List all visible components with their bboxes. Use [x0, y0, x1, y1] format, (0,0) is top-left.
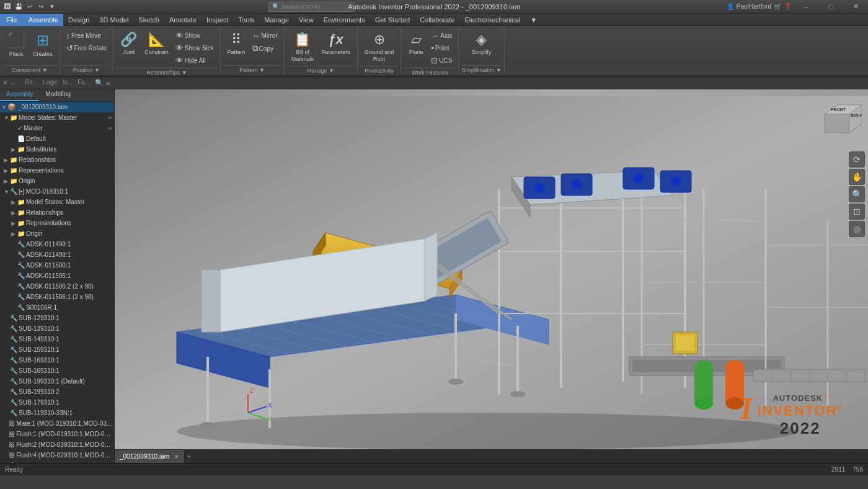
free-move-button[interactable]: ↕ Free Move [64, 30, 110, 42]
zoom-all-tool[interactable]: ⊡ [849, 204, 865, 220]
menu-collaborate[interactable]: Collaborate [415, 14, 459, 26]
menu-file[interactable]: File [0, 14, 24, 26]
menu-more[interactable]: ▼ [525, 14, 542, 26]
view-cube[interactable]: FRONT RIGHT [812, 96, 862, 145]
tree-item[interactable]: 🔧 SUB-119310-33N:1 [0, 408, 114, 418]
menu-annotate[interactable]: Annotate [164, 14, 202, 26]
maximize-btn[interactable]: □ [818, 0, 843, 14]
show-button[interactable]: 👁 Show [173, 30, 216, 42]
save-btn[interactable]: 💾 [14, 2, 24, 12]
work-features-group-label[interactable]: Work Features [404, 68, 456, 76]
constrain-button[interactable]: 📐 Constrain [141, 30, 172, 58]
viewport-tab-main[interactable]: _0012009310.iam ✕ [115, 450, 185, 464]
close-panel-btn[interactable]: ✕ [2, 79, 8, 87]
free-rotate-button[interactable]: ↺ Free Rotate [64, 42, 110, 54]
tree-item[interactable]: 🔧 SUB-139310:1 [0, 323, 114, 334]
joint-button[interactable]: 🔗 Joint [117, 30, 140, 58]
tree-item[interactable]: ⛓ Mate:1 (MOD-019310:1,MOD-039310:1 [0, 418, 114, 429]
back-panel-btn[interactable]: ← [11, 79, 17, 87]
menu-manage[interactable]: Manage [259, 14, 294, 26]
undo-btn[interactable]: ↩ [25, 2, 35, 12]
tree-item[interactable]: 🔧 ADSK-011506:1 (2 x 90) [0, 292, 114, 302]
tree-item[interactable]: 🔧 SUB-199310:2 [0, 387, 114, 397]
cart-icon[interactable]: 🛒 [774, 3, 781, 10]
menu-inspect[interactable]: Inspect [202, 14, 233, 26]
pan-tool[interactable]: ✋ [849, 169, 865, 185]
component-group-label[interactable]: Component ▼ [2, 65, 57, 73]
zoom-tool[interactable]: 🔍 [849, 186, 865, 202]
tree-item[interactable]: ✓ Master ✏ [0, 123, 114, 133]
simplify-button[interactable]: ◈ Simplify [469, 30, 495, 58]
tree-item[interactable]: 🔧 ADSK-011505:1 [0, 271, 114, 281]
menu-environments[interactable]: Environments [319, 14, 370, 26]
tree-item[interactable]: ▶ 📁 Relationships [0, 207, 114, 218]
parameters-button[interactable]: ƒx Parameters [318, 30, 353, 58]
tree-item[interactable]: 🔧 S00106R:1 [0, 302, 114, 313]
tree-item[interactable]: 🔧 ADSK-011498:1 [0, 249, 114, 260]
3d-viewport[interactable]: X Y Z FRONT RIGHT ⟳ ✋ 🔍 ⊡ ◎ [115, 89, 868, 463]
tree-item[interactable]: ▶ 📁 Representations [0, 218, 114, 228]
place-button[interactable]: ⬛ Place [4, 30, 29, 60]
tree-item[interactable]: 🔧 ADSK-011500:1 [0, 260, 114, 271]
position-group-label[interactable]: Position ▼ [63, 65, 111, 73]
menu-3dmodel[interactable]: 3D Model [94, 14, 133, 26]
tree-item-action[interactable]: ✏ [108, 125, 113, 132]
minimize-btn[interactable]: ─ [794, 0, 818, 14]
redo-btn[interactable]: ↪ [36, 2, 46, 12]
orbit-tool[interactable]: ⟳ [849, 151, 865, 168]
panel-tab-logic[interactable]: Logic [40, 79, 60, 87]
tree-item[interactable]: ▶ 📁 Origin [0, 176, 114, 186]
tree-item-action[interactable]: ✏ [108, 115, 113, 121]
menu-electromechanical[interactable]: Electromechanical [459, 14, 525, 26]
close-btn[interactable]: ✕ [843, 0, 868, 14]
help-icon[interactable]: ❓ [784, 3, 791, 10]
tree-item[interactable]: 🔧 SUB-179310:1 [0, 397, 114, 408]
tree-item[interactable]: ▶ 📁 Relationships [0, 155, 114, 165]
menu-tools[interactable]: Tools [234, 14, 260, 26]
username[interactable]: PaulHartford [737, 3, 771, 10]
tree-item[interactable]: 🔧 SUB-159310:1 [0, 344, 114, 355]
panel-tab-fa[interactable]: Fa... [75, 79, 92, 87]
menu-view[interactable]: View [294, 14, 319, 26]
ucs-button[interactable]: ⊡ UCS [428, 55, 454, 66]
axis-button[interactable]: → Axis [428, 30, 454, 42]
menu-assemble[interactable]: Assemble [24, 14, 63, 26]
panel-menu-btn[interactable]: ≡ [106, 79, 110, 87]
viewport-tab-close[interactable]: ✕ [174, 454, 179, 460]
tree-item[interactable]: 📄 Default [0, 133, 114, 144]
tree-item[interactable]: 🔧 SUB-169310:1 [0, 355, 114, 366]
menu-design[interactable]: Design [63, 14, 94, 26]
tree-item[interactable]: 🔧 SUB-199310:1 (Default) [0, 376, 114, 387]
tree-tab-modeling[interactable]: Modeling [39, 89, 77, 101]
plane-button[interactable]: ▱ Plane [405, 30, 427, 58]
hide-all-button[interactable]: 👁 Hide All [173, 55, 216, 66]
look-at-tool[interactable]: ◎ [849, 221, 865, 237]
titlebar-search[interactable]: Search (Ctrl+F) [281, 4, 320, 10]
new-tab-btn[interactable]: + [187, 453, 191, 460]
tree-item[interactable]: 🔧 SUB-129310:1 [0, 313, 114, 323]
creates-button[interactable]: ⊞ Creates [30, 30, 56, 60]
pattern-group-label[interactable]: Pattern ▼ [223, 65, 281, 73]
tree-item[interactable]: ⛓ Flush:2 (MOD-039310:1,MOD-019310:1 [0, 439, 114, 450]
tree-item[interactable]: ⛓ Flush:1 (MOD-019310:1,MOD-039310:1 [0, 429, 114, 439]
bom-button[interactable]: 📋 Bill ofMaterials [288, 30, 317, 65]
manage-group-label[interactable]: Manage ▼ [287, 66, 355, 74]
panel-tab-recent[interactable]: Re... [22, 79, 40, 87]
menu-getstarted[interactable]: Get Started [370, 14, 415, 26]
show-sick-button[interactable]: 👁 Show Sick [173, 42, 216, 54]
copy-button[interactable]: ⧉ Copy [250, 42, 280, 55]
panel-tab-lo[interactable]: lo... [60, 79, 75, 87]
tree-item[interactable]: 🔧 SUB-149310:1 [0, 334, 114, 344]
point-button[interactable]: • Point [428, 42, 454, 54]
menu-sketch[interactable]: Sketch [133, 14, 164, 26]
productivity-group-label[interactable]: Productivity [360, 66, 399, 74]
tree-tab-assembly[interactable]: Assembly [0, 89, 39, 101]
tree-item[interactable]: ▶ 📁 Representations [0, 165, 114, 176]
tree-item[interactable]: ⛓ Flush:4 (MOD-029310:1,MOD-019310:1 [0, 450, 114, 460]
tree-item[interactable]: 🔧 ADSK-011506:2 (2 x 90) [0, 281, 114, 292]
tree-item[interactable]: ▶ 📁 Origin [0, 228, 114, 239]
panel-search-btn[interactable]: 🔍 [95, 79, 104, 87]
tree-item[interactable]: ▼ 📁 Model States: Master ✏ [0, 112, 114, 123]
relationships-group-label[interactable]: Relationships ▼ [116, 68, 217, 76]
tree-item[interactable]: ▼ 🔧 [•]:MOD-019310:1 [0, 186, 114, 197]
